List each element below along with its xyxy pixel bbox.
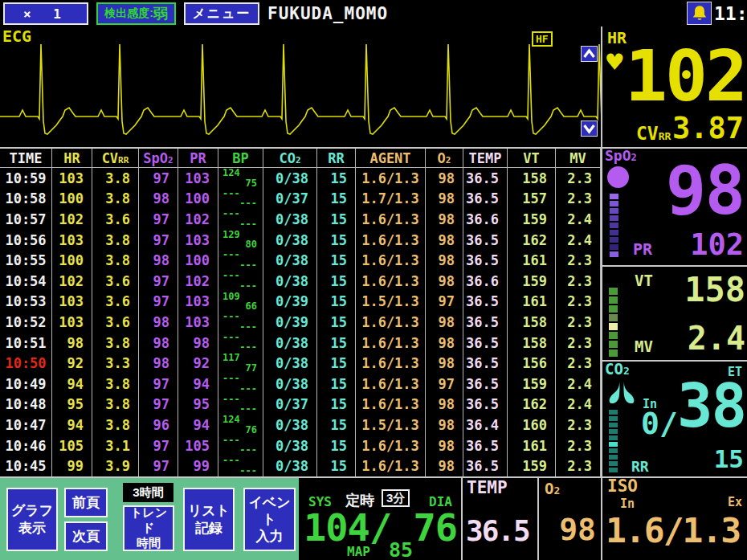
hf-filter-badge: HF (532, 31, 553, 47)
trend-cell-vt: 158 (508, 312, 556, 333)
trend-cell-co2: 0/38 (263, 435, 317, 456)
co2-in-value: 0/ (641, 406, 678, 441)
trend-cell-time: 10:56 (0, 230, 52, 251)
previous-page-button[interactable]: 前頁 (64, 488, 108, 517)
trend-cell-cvrr: 3.8 (92, 333, 139, 354)
trend-cell-temp: 36.5 (463, 435, 508, 456)
bar-segment (610, 230, 618, 235)
bar-segment (609, 341, 618, 348)
trend-cell-hr: 102 (52, 209, 92, 230)
vt-label: VT (635, 272, 653, 289)
trend-cell-time: 10:48 (0, 394, 52, 415)
trend-cell-o2: 98 (426, 353, 463, 374)
ecg-scale-button[interactable]: × 1 (3, 2, 88, 25)
volume-bar (609, 288, 618, 358)
scroll-down-button[interactable] (581, 121, 598, 137)
trend-cell-rr: 15 (317, 271, 356, 292)
vt-value: 158 (684, 270, 745, 309)
trend-cell-time: 10:54 (0, 271, 52, 292)
next-page-button[interactable]: 次頁 (64, 521, 108, 551)
pulse-amplitude-bar (610, 194, 618, 259)
bar-segment (610, 201, 618, 206)
bar-segment (609, 332, 618, 339)
spo2-value: 98 (666, 155, 744, 226)
trend-cell-spo2: 96 (139, 415, 178, 435)
mv-value: 2.4 (688, 320, 745, 357)
trend-cell-vt: 159 (508, 374, 556, 394)
bar-segment (609, 442, 618, 447)
bar-segment (610, 223, 618, 228)
trend-cell-bp: ------ (218, 189, 263, 210)
trend-cell-vt: 161 (508, 250, 556, 271)
menu-button[interactable]: メニュー (184, 2, 259, 25)
trend-cell-pr: 105 (178, 435, 218, 456)
event-input-button[interactable]: イベント入力 (243, 488, 296, 551)
trend-cell-o2: 98 (426, 333, 463, 354)
trend-cell-temp: 36.5 (463, 250, 508, 271)
trend-cell-agent: 1.6/1.3 (356, 394, 426, 415)
trend-time-button[interactable]: トレンド時間 (123, 505, 174, 551)
nibp-panel: SYS 定時 3分 DIA 104/ 76 MAP 85 (300, 478, 460, 560)
bar-segment (609, 448, 618, 453)
trend-cell-pr: 99 (178, 456, 218, 476)
iso-ex-label: Ex (728, 495, 742, 509)
trend-cell-agent: 1.6/1.3 (356, 435, 426, 456)
trend-cell-cvrr: 3.3 (92, 353, 139, 374)
trend-cell-time: 10:49 (0, 374, 52, 394)
trend-cell-temp: 36.5 (463, 168, 508, 189)
patient-monitor-screen: × 1 検出感度:弱 メニュー FUKUDA_MOMO 11:14 ECG HF… (0, 0, 747, 560)
column-header-time: TIME (0, 149, 52, 168)
chevron-down-icon (582, 123, 596, 134)
map-value: 85 (389, 538, 413, 560)
trend-cell-o2: 98 (426, 209, 463, 230)
trend-cell-cvrr: 3.6 (92, 312, 139, 333)
trend-cell-hr: 103 (52, 168, 92, 189)
alarm-bell-button[interactable] (687, 2, 712, 25)
co2-bar (609, 410, 618, 474)
graph-display-button[interactable]: グラフ表示 (6, 488, 58, 551)
trend-cell-vt: 161 (508, 435, 556, 456)
trend-cell-co2: 0/38 (263, 456, 317, 476)
list-record-button[interactable]: リスト記録 (183, 488, 235, 551)
trend-cell-mv: 2.3 (556, 168, 601, 189)
trend-cell-time: 10:46 (0, 435, 52, 456)
bar-segment (609, 296, 618, 304)
scroll-up-button[interactable] (581, 46, 598, 62)
trend-cell-vt: 159 (508, 456, 556, 476)
trend-cell-hr: 92 (52, 353, 92, 374)
trend-cell-agent: 1.6/1.3 (356, 333, 426, 354)
trend-cell-pr: 103 (178, 230, 218, 251)
iso-in-label: In (620, 497, 635, 511)
trend-cell-rr: 15 (317, 415, 356, 435)
trend-cell-temp: 36.5 (463, 312, 508, 333)
trend-cell-co2: 0/38 (263, 230, 317, 251)
trend-cell-rr: 15 (317, 230, 356, 251)
bar-segment (609, 416, 618, 421)
trend-cell-rr: 15 (317, 292, 356, 313)
trend-cell-spo2: 98 (139, 312, 178, 333)
trend-cell-bp: ------ (218, 435, 263, 456)
trend-cell-time: 10:50 (0, 353, 52, 374)
detection-sensitivity-button[interactable]: 検出感度:弱 (96, 2, 176, 25)
trend-cell-o2: 98 (426, 250, 463, 271)
rr-label: RR (631, 458, 649, 475)
trend-cell-bp: ------ (218, 456, 263, 476)
trend-cell-time: 10:53 (0, 292, 52, 313)
trend-cell-spo2: 97 (139, 374, 178, 394)
trend-cell-temp: 36.5 (463, 353, 508, 374)
trend-cell-o2: 98 (426, 415, 463, 435)
trend-cell-vt: 162 (508, 230, 556, 251)
trend-cell-pr: 103 (178, 312, 218, 333)
trend-cell-rr: 15 (317, 189, 356, 210)
trend-cell-temp: 36.4 (463, 415, 508, 435)
trend-cell-rr: 15 (317, 333, 356, 354)
trend-cell-temp: 36.5 (463, 333, 508, 354)
temp-value: 36.5 (466, 514, 529, 547)
column-header-rr: RR (317, 149, 356, 168)
trend-cell-co2: 0/39 (263, 312, 317, 333)
co2-label: CO2 (605, 360, 630, 378)
trend-cell-mv: 2.3 (556, 271, 601, 292)
clock: 11:14 (714, 3, 747, 24)
bar-segment (609, 314, 618, 321)
trend-cell-time: 10:58 (0, 189, 52, 210)
